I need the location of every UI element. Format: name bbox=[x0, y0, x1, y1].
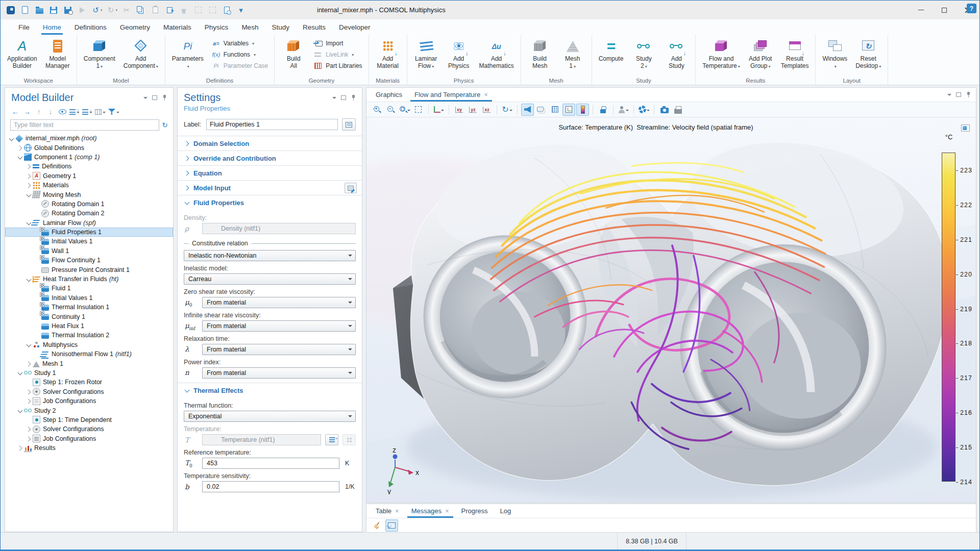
section-domain-selection[interactable]: Domain Selection bbox=[178, 136, 362, 151]
save[interactable] bbox=[47, 4, 60, 17]
add-mathematics-button[interactable]: Δu↓AddMathematics bbox=[477, 37, 517, 70]
menu-tab-results[interactable]: Results bbox=[296, 19, 332, 35]
detach-panel-icon[interactable] bbox=[956, 92, 961, 97]
tree-item-fluid-1[interactable]: Fluid 1 bbox=[5, 284, 173, 293]
menu-tab-mesh[interactable]: Mesh bbox=[235, 19, 265, 35]
panel-menu-icon[interactable] bbox=[332, 97, 336, 101]
label-input[interactable] bbox=[206, 119, 338, 130]
scene-light-button[interactable] bbox=[521, 104, 534, 116]
zoom-out-button[interactable]: − bbox=[384, 104, 397, 116]
open-file[interactable] bbox=[33, 4, 45, 17]
tree-item-step-1-frozen-rotor[interactable]: Step 1: Frozen Rotor bbox=[5, 378, 173, 387]
chevron-right-icon[interactable] bbox=[26, 398, 32, 405]
copy[interactable] bbox=[135, 4, 147, 17]
tree-item-flow-continuity-1[interactable]: Flow Continuity 1 bbox=[5, 256, 173, 265]
close-icon[interactable]: × bbox=[484, 91, 488, 98]
bottom-tab-messages[interactable]: Messages× bbox=[405, 504, 455, 518]
inelastic-model-select[interactable]: Carreau bbox=[184, 273, 356, 285]
close-icon[interactable]: × bbox=[395, 507, 399, 515]
undo[interactable]: ↺▾ bbox=[90, 4, 104, 17]
go-forward-button[interactable]: → bbox=[22, 107, 32, 117]
menu-tab-physics[interactable]: Physics bbox=[198, 19, 235, 35]
chevron-right-icon[interactable] bbox=[26, 426, 32, 433]
chevron-down-icon[interactable] bbox=[8, 135, 15, 142]
chevron-right-icon[interactable] bbox=[26, 172, 32, 179]
add-physics-button[interactable]: ↓AddPhysics bbox=[444, 37, 474, 70]
show-color-legend-button[interactable] bbox=[576, 104, 589, 116]
tree-item-mesh-1[interactable]: Mesh 1 bbox=[5, 359, 173, 368]
add-plot-group-button[interactable]: Add PlotGroup▾ bbox=[746, 37, 775, 71]
minimize-button[interactable] bbox=[909, 1, 933, 19]
pin-panel-icon[interactable] bbox=[966, 91, 971, 98]
environment-reflections-button[interactable] bbox=[535, 104, 548, 116]
node-columns-button[interactable] bbox=[94, 107, 106, 117]
model-input-edit-button[interactable] bbox=[345, 183, 357, 193]
tree-item-rotating-domain-1[interactable]: Rotating Domain 1 bbox=[5, 199, 173, 209]
panel-menu-icon[interactable] bbox=[947, 94, 951, 98]
view-along-xy-button[interactable]: xy bbox=[453, 104, 465, 116]
tree-filter-input[interactable] bbox=[10, 119, 159, 131]
detach-panel-icon[interactable] bbox=[341, 95, 346, 100]
show-grid-button[interactable] bbox=[549, 104, 561, 116]
relaxation-time-select[interactable]: From material bbox=[202, 344, 356, 355]
chevron-down-icon[interactable] bbox=[26, 191, 32, 198]
detach-panel-icon[interactable] bbox=[152, 95, 157, 100]
tree-item-laminar-flow[interactable]: Laminar Flow(spf) bbox=[5, 218, 173, 228]
import-button[interactable]: Import bbox=[311, 38, 364, 48]
menu-tab-definitions[interactable]: Definitions bbox=[68, 19, 113, 35]
tree-item-heat-flux-1[interactable]: Heat Flux 1 bbox=[5, 321, 173, 331]
tree-item-geometry-1[interactable]: Geometry 1 bbox=[5, 171, 173, 181]
tree-item-continuity-1[interactable]: Continuity 1 bbox=[5, 312, 173, 321]
laminar-flow-button[interactable]: LaminarFlow▾ bbox=[411, 37, 441, 71]
tree-item-step-1-time-dependent[interactable]: Step 1: Time Dependent bbox=[5, 415, 173, 424]
graphics-tab-graphics[interactable]: Graphics bbox=[370, 88, 408, 102]
menu-tab-geometry[interactable]: Geometry bbox=[113, 19, 157, 35]
close-icon[interactable]: × bbox=[445, 507, 449, 515]
pin-panel-icon[interactable] bbox=[351, 94, 356, 101]
section-model-input[interactable]: Model Input bbox=[178, 180, 362, 195]
scene-appearance-button[interactable] bbox=[638, 104, 650, 116]
infinite-shear-viscosity-select[interactable]: From material bbox=[202, 320, 356, 332]
temperature-sensitivity-input[interactable] bbox=[202, 481, 339, 492]
variables-button[interactable]: a=Variables▾ bbox=[209, 38, 270, 48]
chevron-right-icon[interactable] bbox=[26, 435, 32, 442]
menu-tab-home[interactable]: Home bbox=[36, 19, 68, 35]
zoom-box-button[interactable]: ◻ bbox=[398, 104, 411, 116]
tree-item-rotating-domain-2[interactable]: Rotating Domain 2 bbox=[5, 209, 173, 218]
tree-item-component-1[interactable]: Component 1(comp 1) bbox=[5, 153, 173, 162]
chevron-right-icon[interactable] bbox=[17, 144, 23, 151]
graphics-tab-flow-and-temperature[interactable]: Flow and Temperature× bbox=[408, 88, 494, 102]
move-up-button[interactable]: ↑ bbox=[34, 107, 44, 117]
tree-item-study-2[interactable]: Study 2 bbox=[5, 406, 173, 415]
filter-nodes-button[interactable] bbox=[108, 107, 120, 117]
go-back-button[interactable]: ← bbox=[10, 107, 20, 117]
tree-item-global-definitions[interactable]: Global Definitions bbox=[5, 143, 173, 152]
tree-item-solver-configurations[interactable]: Solver Configurations bbox=[5, 387, 173, 396]
chevron-down-icon[interactable] bbox=[17, 407, 23, 414]
tree-item-initial-values-1[interactable]: Initial Values 1 bbox=[5, 237, 173, 246]
zero-shear-viscosity-select[interactable]: From material bbox=[202, 297, 356, 308]
maximize-button[interactable] bbox=[933, 1, 956, 19]
tree-item-job-configurations[interactable]: Job Configurations bbox=[5, 396, 173, 406]
preview[interactable] bbox=[220, 4, 233, 17]
graphics-canvas[interactable] bbox=[366, 117, 976, 503]
tree-item-results[interactable]: Results bbox=[5, 443, 173, 453]
move-down-button[interactable]: ↓ bbox=[45, 107, 56, 117]
tree-item-pressure-point-constraint-1[interactable]: Pressure Point Constraint 1 bbox=[5, 265, 173, 274]
graphics-conversation-button[interactable] bbox=[617, 104, 630, 116]
print-button[interactable] bbox=[672, 104, 684, 116]
build-all-button[interactable]: BuildAll bbox=[279, 37, 308, 70]
rename-button[interactable] bbox=[342, 118, 356, 131]
functions-button[interactable]: f(x)Functions▾ bbox=[209, 49, 270, 60]
chevron-down-icon[interactable] bbox=[17, 369, 23, 376]
tree-item-fluid-properties-1[interactable]: Fluid Properties 1 bbox=[5, 228, 173, 237]
tree-item-multiphysics[interactable]: Multiphysics bbox=[5, 340, 173, 349]
model-manager-button[interactable]: ModelManager bbox=[43, 37, 72, 70]
chevron-down-icon[interactable] bbox=[17, 154, 23, 160]
reset-desktop-button[interactable]: ↻ResetDesktop▾ bbox=[853, 37, 884, 71]
tree-item-thermal-insulation-2[interactable]: Thermal Insulation 2 bbox=[5, 331, 173, 340]
menu-tab-study[interactable]: Study bbox=[265, 19, 296, 35]
tree-item-nonisothermal-flow-1[interactable]: Nonisothermal Flow 1(nitf1) bbox=[5, 349, 173, 359]
chevron-down-icon[interactable] bbox=[26, 341, 32, 348]
save-compact[interactable] bbox=[62, 4, 74, 17]
